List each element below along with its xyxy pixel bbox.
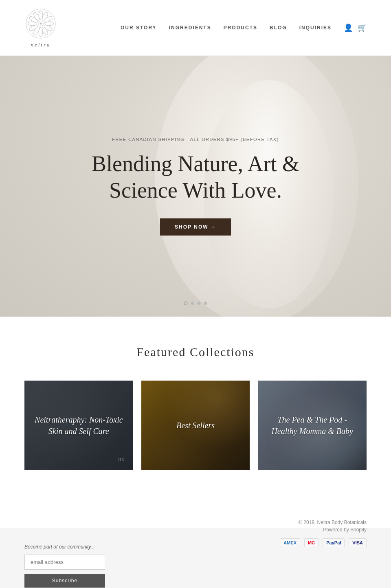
- card-content-3: The Pea & The Pod - Healthy Momma & Baby: [258, 381, 367, 470]
- nav-icons: 👤 🛒: [344, 23, 367, 32]
- svg-point-7: [43, 24, 53, 32]
- svg-point-8: [41, 26, 49, 36]
- svg-point-13: [29, 15, 38, 24]
- subscribe-button[interactable]: Subscribe: [24, 574, 105, 588]
- mid-divider: [185, 503, 206, 503]
- copyright: © 2018, Neitra Body Botanicals: [299, 520, 367, 525]
- collection-card-best-sellers[interactable]: Best Sellers: [141, 381, 250, 470]
- featured-divider: [185, 364, 206, 364]
- svg-point-11: [29, 24, 38, 32]
- payment-paypal: PayPal: [323, 538, 345, 547]
- dot-1[interactable]: [184, 302, 188, 305]
- featured-title: Featured Collections: [24, 345, 367, 359]
- card-content-2: Best Sellers: [141, 381, 250, 470]
- svg-point-5: [43, 15, 53, 24]
- carousel-dots: [184, 302, 207, 305]
- dot-2[interactable]: [191, 302, 194, 305]
- svg-point-10: [33, 26, 41, 36]
- email-form: Subscribe: [24, 555, 105, 588]
- card-label-2: Best Sellers: [176, 420, 215, 431]
- user-icon[interactable]: 👤: [344, 23, 353, 32]
- nav-item-ingredients[interactable]: INGREDIENTS: [169, 25, 211, 31]
- nav-item-our-story[interactable]: OUR STORY: [121, 25, 157, 31]
- shipping-notice: FREE CANADIAN SHIPPING - ALL ORDERS $95+…: [81, 137, 310, 142]
- email-input[interactable]: [24, 555, 105, 570]
- card-label-1: Neitratheraphy: Non-Toxic Skin and Self …: [33, 414, 125, 437]
- logo-label: neitra: [31, 42, 51, 48]
- logo[interactable]: neitra: [24, 7, 57, 48]
- dot-3[interactable]: [198, 302, 201, 305]
- featured-collections-section: Featured Collections Neitratheraphy: Non…: [0, 317, 391, 495]
- collection-card-pea-pod[interactable]: The Pea & The Pod - Healthy Momma & Baby: [258, 381, 367, 470]
- svg-point-16: [40, 23, 42, 25]
- card-label-3: The Pea & The Pod - Healthy Momma & Baby: [266, 414, 358, 437]
- nav-item-inquiries[interactable]: INQUIRIES: [299, 25, 332, 31]
- hero-section: FREE CANADIAN SHIPPING - ALL ORDERS $95+…: [0, 56, 391, 317]
- community-label: Become part of our community...: [24, 544, 105, 550]
- card-content-1: Neitratheraphy: Non-Toxic Skin and Self …: [24, 381, 133, 470]
- shop-now-button[interactable]: SHOP NOW →: [160, 218, 231, 236]
- svg-point-4: [41, 11, 49, 21]
- nav-item-blog[interactable]: BLOG: [270, 25, 287, 31]
- payment-amex: AMEX: [280, 538, 300, 547]
- payment-methods: AMEX MC PayPal VISA: [280, 538, 367, 547]
- logo-icon: [24, 7, 57, 40]
- collections-grid: Neitratheraphy: Non-Toxic Skin and Self …: [24, 381, 367, 470]
- nav-item-products[interactable]: PRODUCTS: [224, 25, 257, 31]
- site-footer: Become part of our community... Subscrib…: [0, 528, 391, 588]
- herb-mark: HN: [118, 458, 125, 462]
- dot-4[interactable]: [204, 302, 207, 305]
- powered-by: Powered by Shopify: [323, 527, 367, 533]
- cart-icon[interactable]: 🛒: [358, 23, 367, 32]
- footer-left: Become part of our community... Subscrib…: [24, 544, 105, 588]
- hero-content: FREE CANADIAN SHIPPING - ALL ORDERS $95+…: [81, 137, 310, 236]
- hero-title: Blending Nature, Art & Science With Love…: [81, 151, 310, 204]
- collection-card-neitratherapy[interactable]: Neitratheraphy: Non-Toxic Skin and Self …: [24, 381, 133, 470]
- site-header: neitra OUR STORY INGREDIENTS PRODUCTS BL…: [0, 0, 391, 56]
- svg-point-14: [33, 11, 41, 21]
- main-nav: OUR STORY INGREDIENTS PRODUCTS BLOG INQU…: [121, 23, 367, 32]
- payment-mastercard: MC: [304, 538, 319, 547]
- payment-visa: VISA: [349, 538, 367, 547]
- footer-right: © 2018, Neitra Body Botanicals Powered b…: [280, 520, 367, 547]
